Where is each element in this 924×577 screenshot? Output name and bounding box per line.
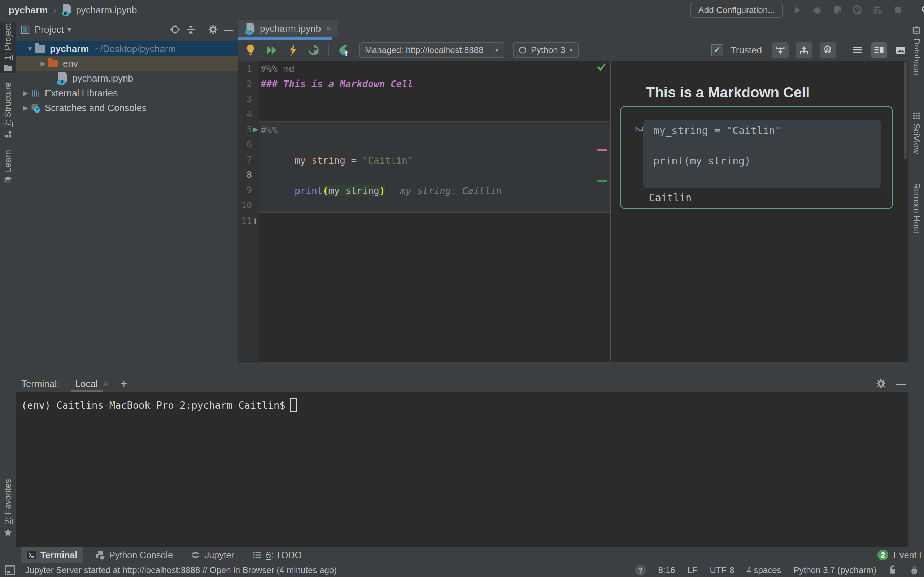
restart-kernel-icon[interactable] [307, 44, 320, 56]
stripe-tab-sciview[interactable]: SciView [908, 108, 924, 158]
view-source-button[interactable] [820, 42, 836, 58]
breadcrumb-separator-icon: › [53, 4, 56, 16]
close-tab-icon[interactable]: × [326, 23, 331, 34]
add-cell-icon[interactable]: + [252, 213, 258, 229]
chevron-down-icon: ▾ [495, 46, 498, 54]
change-marker-modified[interactable] [597, 148, 607, 151]
stripe-tab-structure[interactable]: 7: Structure [0, 82, 16, 139]
insert-cell-above-button[interactable] [796, 42, 813, 58]
terminal-settings-gear-icon[interactable] [876, 379, 886, 389]
tree-row-env[interactable]: ▶ env [16, 56, 238, 71]
line-number: 10 [238, 198, 252, 213]
notebook-preview-pane[interactable]: This is a Markdown Cell 2 my_string = "C… [611, 61, 908, 361]
run-coverage-icon[interactable] [831, 4, 843, 16]
add-configuration-button[interactable]: Add Configuration... [690, 3, 783, 18]
terminal-console[interactable]: (env) Caitlins-MacBook-Pro-2:pycharm Cai… [16, 392, 908, 547]
stripe-tab-remote-host[interactable]: Remote Host [908, 177, 924, 239]
database-icon [912, 26, 921, 35]
toolwindow-tab-jupyter[interactable]: Jupyter [185, 547, 240, 563]
run-icon[interactable] [791, 4, 803, 16]
gear-icon[interactable] [208, 24, 218, 35]
project-panel-title[interactable]: Project [35, 24, 64, 35]
bulb-icon[interactable] [245, 44, 257, 56]
debug-icon[interactable] [811, 4, 823, 16]
change-marker-added[interactable] [597, 180, 607, 182]
tree-expanded-icon[interactable]: ▼ [25, 45, 35, 53]
run-all-cells-icon[interactable] [266, 44, 279, 56]
profiler-icon[interactable] [851, 4, 864, 16]
hide-panel-icon[interactable]: — [224, 24, 233, 35]
toolwindow-tab-terminal[interactable]: Terminal [21, 547, 83, 563]
stripe-tab-project[interactable]: 1: Project [0, 23, 16, 73]
event-log-button[interactable]: Event Log [893, 550, 924, 561]
line-separator[interactable]: LF [687, 565, 697, 575]
line-number: 5 [238, 122, 252, 137]
tree-collapsed-icon[interactable]: ▶ [21, 104, 30, 112]
tree-scratches-label: Scratches and Consoles [45, 102, 147, 114]
python-interpreter[interactable]: Python 3.7 (pycharm) [794, 565, 876, 575]
show-preview-only-button[interactable] [894, 44, 907, 56]
editor-pane[interactable]: #%% md ### This is a Markdown Cell #%% m… [259, 61, 610, 361]
line-number: 7 [238, 152, 252, 167]
tree-row-root[interactable]: ▼ pycharm ~/Desktop/pycharm [16, 42, 238, 56]
terminal-label: Terminal: [21, 378, 59, 390]
show-editor-only-button[interactable] [851, 44, 863, 56]
stripe-tab-favorites[interactable]: 2: Favorites [0, 477, 16, 539]
editor-tab-bar: IP pycharm.ipynb × [238, 20, 908, 40]
inspections-ok-icon[interactable] [596, 62, 606, 72]
toolwindow-switcher-icon[interactable] [5, 565, 15, 575]
jupyter-icon [191, 550, 200, 560]
python-icon [95, 550, 105, 560]
toolwindow-tab-python-console[interactable]: Python Console [89, 547, 179, 563]
run-cell-icon[interactable]: ▶ [253, 122, 258, 137]
tree-row-notebook[interactable]: IP pycharm.ipynb [16, 71, 238, 86]
highlighting-level-icon[interactable] [909, 566, 919, 575]
breadcrumb-project[interactable]: pycharm [9, 5, 48, 16]
file-encoding[interactable]: UTF-8 [710, 565, 735, 575]
titlebar-divider [912, 4, 913, 16]
lock-icon[interactable] [888, 566, 897, 575]
indent-style[interactable]: 4 spaces [747, 565, 782, 575]
code-line-8: print(my_string)my_string: Caitlin [261, 168, 502, 183]
execute-cells-icon[interactable] [287, 44, 299, 56]
project-tool-icon [21, 25, 30, 34]
editor-tab-notebook[interactable]: IP pycharm.ipynb × [238, 20, 338, 37]
toolwindow-tab-todo[interactable]: 6: TODO [247, 547, 307, 563]
notebook-code-cell[interactable]: 2 my_string = "Caitlin" print(my_string)… [620, 106, 893, 209]
jupyter-server-icon[interactable] [338, 44, 351, 56]
breadcrumb-file[interactable]: pycharm.ipynb [76, 5, 137, 16]
project-view-dropdown-icon[interactable]: ▾ [68, 25, 71, 34]
tree-collapsed-icon[interactable]: ▶ [38, 60, 48, 68]
cell-output: Caitlin [649, 192, 691, 204]
show-editor-and-preview-button[interactable] [871, 42, 887, 58]
insert-cell-below-button[interactable] [772, 42, 789, 58]
preview-scrollbar[interactable] [904, 62, 907, 160]
server-selector-value: Managed: http://localhost:8888 [365, 45, 483, 55]
trusted-checkbox[interactable]: ✓ [711, 44, 723, 56]
kernel-selector[interactable]: Python 3 ▾ [513, 42, 578, 58]
stripe-tab-learn[interactable]: Learn [0, 147, 16, 187]
chevron-down-icon: ▾ [570, 46, 573, 54]
stop-icon[interactable] [892, 4, 904, 16]
locate-file-icon[interactable] [170, 24, 180, 35]
status-message[interactable]: Jupyter Server started at http://localho… [25, 565, 337, 575]
tree-row-external-libraries[interactable]: ▶ External Libraries [16, 86, 238, 101]
event-log-badge: 2 [877, 550, 888, 561]
project-panel-header: Project ▾ — [16, 20, 238, 39]
scratches-icon [30, 103, 40, 113]
new-terminal-session-icon[interactable]: + [121, 377, 128, 390]
close-terminal-tab-icon[interactable]: × [103, 378, 108, 390]
collapse-all-icon[interactable] [186, 24, 196, 35]
tree-collapsed-icon[interactable]: ▶ [21, 89, 30, 97]
ide-updates-icon[interactable]: ? [635, 565, 646, 575]
hide-terminal-icon[interactable]: — [896, 378, 906, 390]
search-everywhere-icon[interactable] [921, 4, 924, 16]
run-with-configuration-icon[interactable] [872, 4, 884, 16]
terminal-tab-local[interactable]: Local [75, 378, 97, 390]
cell-code-block[interactable]: my_string = "Caitlin" print(my_string) [643, 120, 881, 188]
cursor-position[interactable]: 8:16 [658, 565, 675, 575]
tree-row-scratches[interactable]: ▶ Scratches and Consoles [16, 101, 238, 115]
code-line-5: #%% [261, 122, 278, 138]
code-line-6: my_string = "Caitlin" [261, 138, 413, 153]
jupyter-server-selector[interactable]: Managed: http://localhost:8888 ▾ [359, 42, 504, 58]
